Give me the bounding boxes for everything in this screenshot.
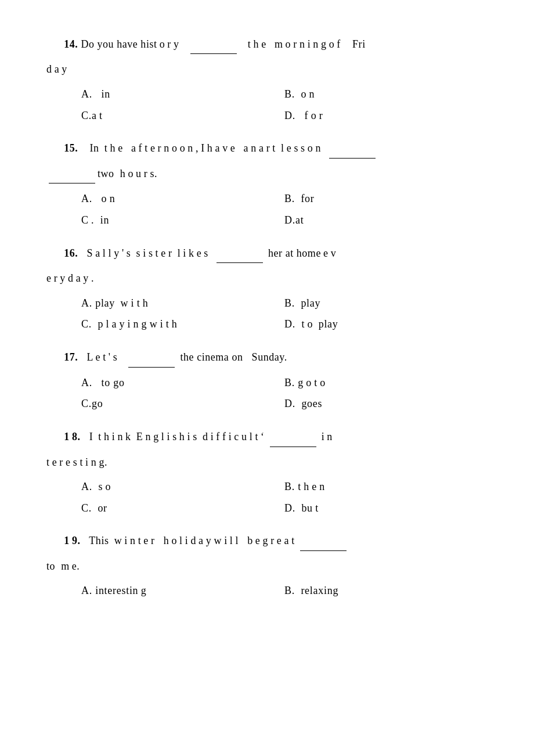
worksheet-container: 14. Do you have hist o r y t h e m o r n… — [46, 35, 488, 600]
q16-blank — [217, 244, 263, 263]
question-19: 1 9. This w i n t e r h o l i d a y w i … — [46, 531, 488, 600]
q15-option-a: A. o n — [81, 189, 284, 208]
q16-option-a: A. play w i t h — [81, 294, 284, 313]
q18-blank — [270, 427, 316, 447]
q15-blank — [329, 139, 376, 158]
question-17-text: 17. L e t ' s the cinema on Sunday. — [46, 348, 488, 367]
q19-option-b: B. relaxing — [284, 581, 488, 600]
q16-option-c: C. p l a y i n g w i t h — [81, 315, 284, 334]
q15-option-d: D.at — [284, 211, 488, 230]
q15-blank2 — [49, 164, 95, 183]
q19-blank — [300, 531, 347, 550]
q19-options: A. interestin g B. relaxing — [81, 581, 488, 600]
q17-options: A. to go B. g o t o C.go D. goes — [81, 373, 488, 414]
question-15-text2: two h o u r s. — [46, 164, 488, 183]
q14-options: A. in B. o n C.a t D. f o r — [81, 85, 488, 125]
q16-option-d: D. t o play — [284, 315, 488, 334]
q15-option-c: C . in — [81, 211, 284, 230]
question-16-text2: e r y d a y . — [46, 269, 488, 287]
q14-blank — [190, 35, 237, 54]
question-17: 17. L e t ' s the cinema on Sunday. A. t… — [46, 348, 488, 413]
q14-option-d: D. f o r — [284, 106, 488, 125]
q14-option-a: A. in — [81, 85, 284, 104]
q17-number: 17. — [64, 351, 78, 363]
q17-option-c: C.go — [81, 394, 284, 413]
q18-option-b: B. t h e n — [284, 477, 488, 496]
q16-options: A. play w i t h B. play C. p l a y i n g… — [81, 294, 488, 334]
question-18-text2: t e r e s t i n g. — [46, 453, 488, 471]
question-14-text2: d a y — [46, 60, 488, 78]
q17-blank — [128, 348, 175, 367]
q16-number: 16. — [64, 247, 78, 259]
question-18-text: 1 8. I t h i n k E n g l i s h i s d i f… — [46, 427, 488, 447]
q15-option-b: B. for — [284, 189, 488, 208]
q15-options: A. o n B. for C . in D.at — [81, 189, 488, 230]
q18-option-d: D. bu t — [284, 499, 488, 518]
question-15-text: 15. In t h e a f t e r n o o n , I h a v… — [46, 139, 488, 158]
question-16: 16. S a l l y ' s s i s t e r l i k e s … — [46, 244, 488, 334]
question-16-text: 16. S a l l y ' s s i s t e r l i k e s … — [46, 244, 488, 263]
question-15: 15. In t h e a f t e r n o o n , I h a v… — [46, 139, 488, 229]
q17-option-d: D. goes — [284, 394, 488, 413]
question-14-text: 14. Do you have hist o r y t h e m o r n… — [46, 35, 488, 54]
q19-option-a: A. interestin g — [81, 581, 284, 600]
q18-number: 1 8. — [64, 431, 80, 442]
q17-option-b: B. g o t o — [284, 373, 488, 393]
q16-option-b: B. play — [284, 294, 488, 313]
q17-option-a: A. to go — [81, 373, 284, 393]
question-19-text2: to m e. — [46, 557, 488, 575]
q19-number: 1 9. — [64, 535, 80, 546]
question-14: 14. Do you have hist o r y t h e m o r n… — [46, 35, 488, 125]
q14-option-b: B. o n — [284, 85, 488, 104]
q15-number: 15. — [64, 142, 78, 154]
q18-options: A. s o B. t h e n C. or D. bu t — [81, 477, 488, 518]
q14-option-c: C.a t — [81, 106, 284, 125]
q18-option-a: A. s o — [81, 477, 284, 496]
q14-number: 14. — [64, 38, 78, 50]
question-19-text: 1 9. This w i n t e r h o l i d a y w i … — [46, 531, 488, 550]
q18-option-c: C. or — [81, 499, 284, 518]
question-18: 1 8. I t h i n k E n g l i s h i s d i f… — [46, 427, 488, 517]
